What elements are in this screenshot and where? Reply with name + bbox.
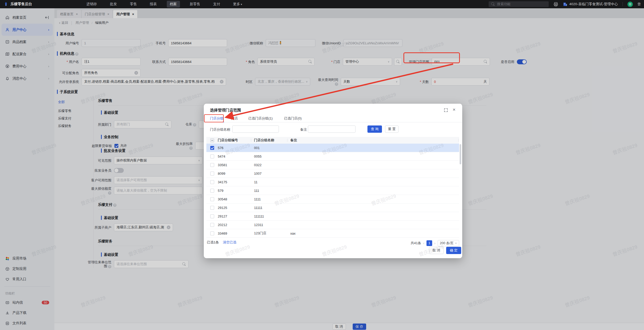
- cell-group-name: 12311: [254, 223, 290, 227]
- row-checkbox[interactable]: [210, 180, 214, 184]
- table-row[interactable]: 33581 0322: [206, 161, 459, 169]
- modal-confirm-button[interactable]: 确 定: [446, 247, 461, 254]
- page-size-select[interactable]: 200 条/页: [438, 240, 459, 246]
- modal-cancel-button[interactable]: 取 消: [429, 247, 444, 254]
- fullscreen-icon[interactable]: [444, 108, 448, 112]
- prev-page-icon[interactable]: ‹: [423, 241, 424, 245]
- col-header-remark: 备注: [290, 138, 459, 143]
- cell-group-name: 111: [254, 189, 290, 193]
- table-row[interactable]: 30548 1111: [206, 195, 459, 203]
- column-divider: [287, 139, 287, 142]
- cell-group-name: 001: [254, 146, 290, 150]
- tab-store[interactable]: 门店: [231, 116, 238, 121]
- cell-group-name: 111111: [254, 214, 290, 218]
- pagination: 共41条 ‹ 1 › 200 条/页: [411, 240, 459, 246]
- cell-group-code: 5474: [218, 155, 254, 158]
- table-header: 门店分组编号 门店分组名称 备注: [206, 137, 459, 144]
- row-checkbox[interactable]: [210, 206, 214, 210]
- modal-title: 选择管理门店范围: [210, 108, 241, 113]
- remark-input[interactable]: [308, 125, 356, 133]
- tab-store-group[interactable]: 门店分组: [210, 116, 223, 121]
- close-icon[interactable]: [453, 107, 455, 113]
- filter-label-name: 门店分组名称: [210, 127, 230, 132]
- cell-group-code: 576: [218, 146, 254, 150]
- cell-group-code: 33581: [218, 163, 254, 167]
- cell-remark: xax: [290, 231, 459, 235]
- tab-selected-store-groups[interactable]: 已选门店分组(1): [248, 116, 273, 121]
- store-group-table: 576 001 5474 0055 33581 0322 8099 1007: [206, 144, 459, 238]
- row-checkbox[interactable]: [210, 231, 214, 235]
- table-row[interactable]: 34175 11: [206, 178, 459, 186]
- active-tab-underline: [210, 122, 224, 122]
- current-page[interactable]: 1: [426, 240, 432, 246]
- cell-group-name: 0055: [254, 155, 290, 158]
- cell-group-code: 29125: [218, 206, 254, 210]
- select-store-scope-modal: 选择管理门店范围 门店分组 门店 已选门店分组(1) 已选门店(0) 门店分组名…: [204, 104, 462, 258]
- group-name-input[interactable]: [232, 125, 279, 133]
- next-page-icon[interactable]: ›: [434, 241, 436, 245]
- cell-group-name: 1007: [254, 172, 290, 175]
- table-row[interactable]: 20212 12311: [206, 221, 459, 229]
- modal-filter-row: 门店分组名称 备注 查 询 重 置: [204, 125, 462, 133]
- cell-group-code: 34175: [218, 180, 254, 184]
- table-row[interactable]: 576 001: [206, 144, 459, 152]
- cell-group-name: 0322: [254, 163, 290, 167]
- row-checkbox[interactable]: [210, 155, 214, 158]
- row-checkbox[interactable]: [210, 214, 214, 218]
- table-row[interactable]: 579 111: [206, 186, 459, 195]
- column-divider: [458, 139, 459, 142]
- table-row[interactable]: 33469 123门店 xax: [206, 229, 459, 238]
- select-all-checkbox[interactable]: [210, 138, 214, 142]
- scrollbar-thumb[interactable]: [460, 144, 461, 164]
- modal-tabs: 门店分组 门店 已选门店分组(1) 已选门店(0): [204, 115, 462, 122]
- query-button[interactable]: 查 询: [367, 125, 382, 133]
- tab-selected-stores[interactable]: 已选门店(0): [284, 116, 302, 121]
- table-row[interactable]: 8099 1007: [206, 169, 459, 178]
- row-checkbox[interactable]: [210, 189, 214, 193]
- reset-button[interactable]: 重 置: [385, 125, 399, 133]
- row-checkbox[interactable]: [210, 223, 214, 227]
- cell-group-code: 8099: [218, 172, 254, 175]
- filter-label-remark: 备注: [300, 127, 307, 132]
- table-scrollbar[interactable]: [460, 144, 461, 236]
- selected-count: 已选1条: [207, 240, 219, 244]
- table-row[interactable]: 29127 111111: [206, 212, 459, 221]
- cell-group-name: 11111: [254, 206, 290, 210]
- cell-group-code: 20212: [218, 223, 254, 227]
- row-checkbox[interactable]: [210, 163, 214, 167]
- column-divider: [251, 139, 251, 142]
- cell-group-code: 579: [218, 189, 254, 193]
- cell-group-code: 30548: [218, 197, 254, 201]
- cell-group-name: 1111: [254, 197, 290, 201]
- cell-group-name: 123门店: [254, 231, 290, 236]
- col-header-code: 门店分组编号: [218, 138, 254, 143]
- modal-selection-row: 已选1条 清空已选 共41条 ‹ 1 › 200 条/页: [207, 240, 459, 246]
- cell-group-name: 11: [254, 180, 290, 184]
- cell-group-code: 29127: [218, 214, 254, 218]
- total-count: 共41条: [411, 241, 421, 245]
- col-header-name: 门店分组名称: [254, 138, 290, 143]
- chevron-down-icon: [455, 242, 457, 244]
- table-row[interactable]: 5474 0055: [206, 152, 459, 161]
- clear-selection-link[interactable]: 清空已选: [223, 240, 236, 244]
- cell-group-code: 33469: [218, 231, 254, 235]
- row-checkbox[interactable]: [210, 146, 214, 150]
- row-checkbox[interactable]: [210, 197, 214, 201]
- row-checkbox[interactable]: [210, 172, 214, 175]
- table-row[interactable]: 29125 11111: [206, 203, 459, 212]
